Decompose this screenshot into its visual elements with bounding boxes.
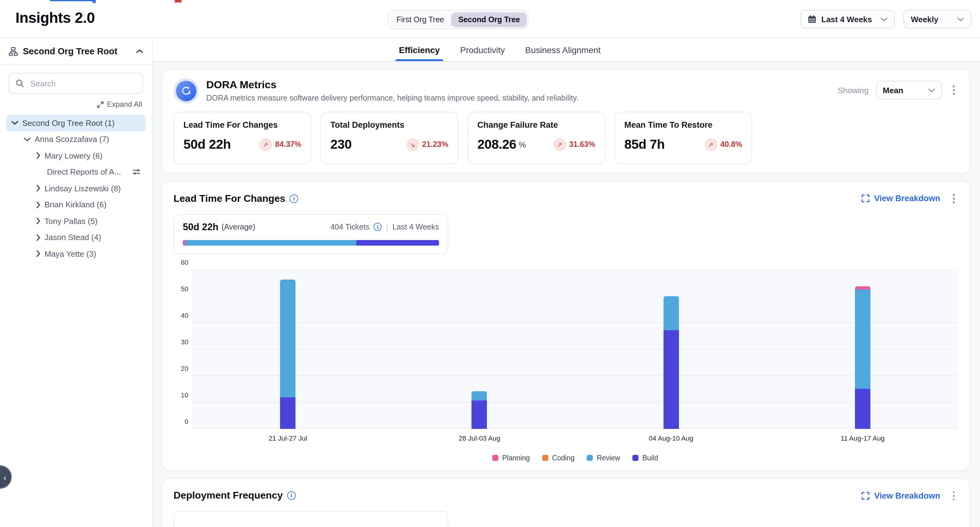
insights-dashboard: Insights 2.0 First Org Tree Second Org T…	[0, 0, 980, 527]
metric-card-lead-time: Lead Time For Changes 50d 22h ↗ 84.37%	[173, 112, 311, 164]
expand-all-icon	[97, 101, 104, 108]
chevron-right-icon[interactable]	[36, 152, 41, 160]
tree-item-anna-scozzafava[interactable]: Anna Scozzafava (7)	[19, 131, 146, 148]
search-input[interactable]	[29, 78, 137, 89]
metric-delta-badge: ↗ 31.63%	[553, 138, 595, 151]
phase-segment-review	[185, 240, 356, 245]
metric-label: Lead Time For Changes	[183, 120, 301, 130]
phase-segment-planning	[183, 240, 185, 245]
view-breakdown-label: View Breakdown	[874, 194, 940, 203]
info-icon[interactable]: i	[290, 194, 298, 203]
dora-cycle-icon	[173, 78, 199, 104]
lead-time-panel: Lead Time For Changes i View Breakdown	[162, 181, 970, 471]
filters-icon[interactable]	[132, 168, 141, 176]
top-header: Insights 2.0 First Org Tree Second Org T…	[0, 0, 980, 38]
tree-item-label: Mary Lowery (6)	[45, 151, 102, 160]
tree-item-jason-stead[interactable]: Jason Stead (4)	[31, 229, 146, 246]
delta-percent: 84.37%	[275, 140, 301, 149]
legend-label: Build	[642, 454, 658, 461]
info-icon[interactable]: i	[287, 492, 296, 500]
date-range-dropdown[interactable]: Last 4 Weeks	[800, 10, 895, 29]
tree-item-maya-yette[interactable]: Maya Yette (3)	[31, 246, 146, 262]
view-breakdown-link[interactable]: View Breakdown	[862, 194, 940, 203]
toggle-first-org-tree[interactable]: First Org Tree	[390, 12, 451, 27]
tree-item-brian-kirkland[interactable]: Brian Kirkland (6)	[31, 197, 146, 213]
chevron-down-icon[interactable]	[24, 137, 31, 142]
kebab-menu-icon[interactable]	[949, 191, 958, 206]
bar-11-aug-17-aug	[855, 287, 870, 429]
phase-distribution-bar	[183, 240, 439, 245]
x-axis-label: 21 Jul-27 Jul	[269, 434, 307, 441]
clipped-artifact	[175, 0, 181, 2]
metric-card-total-deployments: Total Deployments 230 ↘ 21.23%	[320, 112, 458, 164]
kebab-menu-icon[interactable]	[949, 489, 958, 503]
granularity-value: Weekly	[911, 14, 938, 24]
main-area: Efficiency Productivity Business Alignme…	[153, 38, 980, 527]
chevron-down-icon[interactable]	[11, 121, 19, 125]
tree-item-label: Jason Stead (4)	[45, 233, 101, 242]
tree-item-tony-pallas[interactable]: Tony Pallas (5)	[31, 213, 146, 229]
chevron-right-icon[interactable]	[36, 217, 41, 225]
aggregation-dropdown[interactable]: Mean	[876, 81, 942, 99]
bar-segment-review	[855, 289, 870, 389]
bar-segment-build	[280, 397, 296, 429]
tree-item-lindsay-liszewski[interactable]: Lindsay Liszewski (8)	[31, 180, 146, 197]
expand-all-button[interactable]: Expand All	[0, 96, 152, 111]
tickets-count: 404 Tickets	[330, 222, 369, 231]
tree-item-label: Anna Scozzafava (7)	[35, 135, 109, 144]
page-title: Insights 2.0	[16, 9, 95, 27]
sidebar-collapse-handle[interactable]: ‹	[0, 465, 12, 489]
bar-segment-build	[855, 389, 870, 429]
tree-item-direct-reports[interactable]: Direct Reports of A...	[31, 164, 146, 180]
y-axis-tick: 20	[173, 364, 188, 372]
metric-label: Change Failure Rate	[477, 120, 595, 130]
y-axis-tick: 60	[173, 258, 188, 266]
y-axis-tick: 50	[173, 285, 188, 292]
meta-divider: |	[386, 222, 388, 231]
expand-corners-icon	[862, 195, 870, 203]
chevron-right-icon[interactable]	[36, 185, 41, 192]
chevron-right-icon[interactable]	[36, 201, 41, 209]
aggregation-value: Mean	[883, 86, 903, 95]
toggle-second-org-tree[interactable]: Second Org Tree	[452, 12, 527, 27]
legend-item-planning[interactable]: Planning	[492, 454, 530, 461]
info-icon[interactable]: i	[374, 223, 382, 231]
tree-item-label: Maya Yette (3)	[45, 249, 96, 259]
calendar-icon	[808, 15, 816, 24]
granularity-dropdown[interactable]: Weekly	[904, 10, 971, 29]
trend-up-icon: ↗	[553, 138, 566, 151]
tab-bar: Efficiency Productivity Business Alignme…	[153, 38, 980, 62]
kebab-menu-icon[interactable]	[949, 83, 958, 97]
search-icon	[16, 79, 24, 87]
tab-productivity[interactable]: Productivity	[460, 45, 505, 61]
summary-average-value: 50d 22h	[183, 221, 218, 232]
y-axis-tick: 0	[173, 417, 188, 425]
deployment-frequency-title: Deployment Frequency	[173, 490, 283, 502]
clipped-artifact	[50, 0, 93, 1]
expand-all-label: Expand All	[107, 100, 142, 109]
tree-item-root[interactable]: Second Org Tree Root (1)	[6, 115, 146, 131]
y-axis-tick: 10	[173, 391, 188, 398]
gridline	[192, 348, 958, 349]
delta-percent: 21.23%	[422, 140, 448, 149]
bar-segment-review	[663, 296, 679, 330]
gridline	[192, 295, 958, 296]
chart-legend: PlanningCodingReviewBuild	[192, 454, 958, 461]
delta-percent: 40.8%	[720, 140, 742, 149]
chart-x-labels: 21 Jul-27 Jul28 Jul-03 Aug04 Aug-10 Aug1…	[192, 434, 958, 449]
legend-item-build[interactable]: Build	[632, 454, 658, 461]
tab-business-alignment[interactable]: Business Alignment	[525, 45, 601, 61]
legend-label: Planning	[502, 454, 530, 461]
bar-segment-review	[472, 391, 487, 400]
tree-item-mary-lowery[interactable]: Mary Lowery (6)	[31, 148, 146, 164]
legend-item-coding[interactable]: Coding	[542, 454, 574, 461]
chevron-right-icon[interactable]	[36, 250, 41, 258]
expand-corners-icon	[862, 492, 870, 500]
legend-item-review[interactable]: Review	[587, 454, 620, 461]
chevron-right-icon[interactable]	[36, 234, 41, 241]
view-breakdown-link[interactable]: View Breakdown	[862, 491, 940, 500]
metric-unit: %	[519, 140, 526, 149]
dora-metric-cards: Lead Time For Changes 50d 22h ↗ 84.37% T…	[173, 112, 958, 164]
tab-efficiency[interactable]: Efficiency	[399, 45, 440, 61]
chevron-up-icon[interactable]	[136, 49, 143, 54]
